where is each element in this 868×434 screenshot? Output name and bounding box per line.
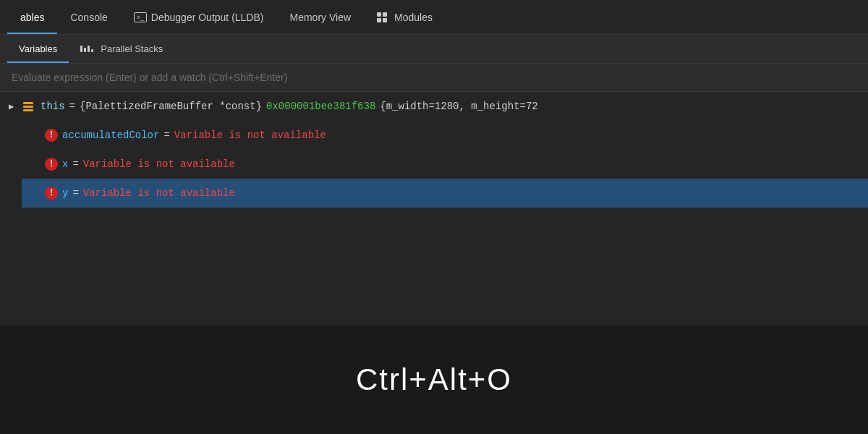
variable-error-accumulatedColor: Variable is not available xyxy=(174,129,326,141)
variable-error-x: Variable is not available xyxy=(83,158,235,170)
sub-tabs-bar: Variables Parallel Stacks xyxy=(0,35,868,64)
tab-variables-label: ables xyxy=(20,12,44,23)
subtab-parallel-label: Parallel Stacks xyxy=(101,43,163,54)
variable-name-this: this xyxy=(41,101,65,112)
variable-row-accumulatedColor[interactable]: ▶ ! accumulatedColor = Variable is not a… xyxy=(22,121,868,150)
tab-debugger-label: Debugger Output (LLDB) xyxy=(151,12,264,23)
error-icon-y: ! xyxy=(45,187,58,200)
variable-equals-this: = xyxy=(69,101,75,112)
tab-console[interactable]: Console xyxy=(57,0,120,34)
variable-equals-y: = xyxy=(72,187,78,199)
variable-name-x: x xyxy=(62,158,68,170)
tab-memory[interactable]: Memory View xyxy=(276,0,364,34)
tab-modules-label: Modules xyxy=(394,12,433,23)
variable-row-x[interactable]: ▶ ! x = Variable is not available xyxy=(22,150,868,179)
variable-row-this[interactable]: ▶ this = {PalettizedFrameBuffer *const} … xyxy=(0,92,868,121)
subtab-variables[interactable]: Variables xyxy=(7,35,69,63)
evaluate-expression-bar[interactable] xyxy=(0,64,868,92)
subtab-parallel[interactable]: Parallel Stacks xyxy=(69,35,174,63)
variable-name-y: y xyxy=(62,187,68,199)
variable-rest-this: {m_width=1280, m_height=72 xyxy=(380,101,537,112)
subtab-variables-label: Variables xyxy=(19,43,57,54)
top-tabs-bar: ables Console >_ Debugger Output (LLDB) … xyxy=(0,0,868,35)
modules-icon xyxy=(377,12,387,22)
tab-modules[interactable]: Modules xyxy=(364,0,446,34)
shortcut-overlay: Ctrl+Alt+O xyxy=(0,326,868,434)
tab-variables[interactable]: ables xyxy=(7,0,57,34)
error-icon-accumulatedColor: ! xyxy=(45,129,58,142)
variable-equals-accumulatedColor: = xyxy=(163,129,169,141)
expand-arrow-this[interactable]: ▶ xyxy=(9,101,19,112)
tab-debugger[interactable]: >_ Debugger Output (LLDB) xyxy=(121,0,277,34)
variable-error-y: Variable is not available xyxy=(83,187,235,199)
variable-row-y[interactable]: ▶ ! y = Variable is not available xyxy=(22,179,868,208)
shortcut-text: Ctrl+Alt+O xyxy=(356,362,512,397)
variable-address-this: 0x000001bee381f638 xyxy=(266,101,375,112)
error-icon-x: ! xyxy=(45,158,58,171)
variable-equals-x: = xyxy=(72,158,78,170)
evaluate-input[interactable] xyxy=(12,72,856,83)
variable-name-accumulatedColor: accumulatedColor xyxy=(62,129,159,141)
expand-arrow-accumulatedColor: ▶ xyxy=(30,130,41,141)
tab-memory-label: Memory View xyxy=(289,12,351,23)
expand-arrow-y: ▶ xyxy=(30,188,41,199)
variables-panel: ▶ this = {PalettizedFrameBuffer *const} … xyxy=(0,92,868,326)
terminal-icon: >_ xyxy=(134,12,147,22)
expand-arrow-x: ▶ xyxy=(30,159,41,170)
tab-console-label: Console xyxy=(70,12,107,23)
parallel-stacks-icon xyxy=(80,46,93,52)
variable-icon-this xyxy=(23,102,33,111)
variable-type-this: {PalettizedFrameBuffer *const} xyxy=(80,101,262,112)
